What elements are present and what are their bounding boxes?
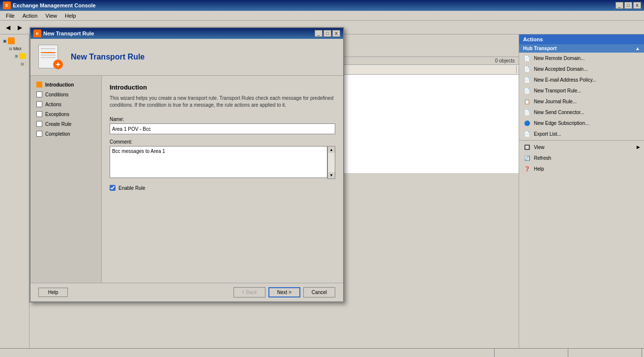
step-label-actions: Actions xyxy=(45,102,61,107)
wizard-step-exceptions[interactable]: Exceptions xyxy=(30,109,101,119)
wizard-step-completion[interactable]: Completion xyxy=(30,129,101,139)
step-label-introduction: Introduction xyxy=(45,82,74,88)
modal-window-controls: _ □ X xyxy=(315,30,340,37)
modal-icon xyxy=(38,45,63,69)
scrollbar-track xyxy=(328,153,335,172)
comment-textarea-wrapper: Bcc messages to Area 1 ▲ ▼ xyxy=(110,146,335,179)
modal-minimize-button[interactable]: _ xyxy=(315,30,322,37)
modal-body: Introduction Conditions Actions Exceptio… xyxy=(30,76,343,283)
enable-rule-label: Enable Rule xyxy=(118,185,145,191)
step-indicator-actions xyxy=(36,101,42,107)
comment-textarea[interactable]: Bcc messages to Area 1 xyxy=(110,146,327,178)
step-indicator-introduction xyxy=(36,82,42,88)
modal-title-bar: E New Transport Rule _ □ X xyxy=(30,28,343,39)
modal-header: New Transport Rule xyxy=(30,39,343,76)
step-label-create-rule: Create Rule xyxy=(45,121,71,127)
wizard-step-create-rule[interactable]: Create Rule xyxy=(30,119,101,129)
wizard-content: Introduction This wizard helps you creat… xyxy=(102,76,343,283)
footer-left: Help xyxy=(38,288,68,297)
modal-title: New Transport Rule xyxy=(43,30,94,36)
scroll-up-icon[interactable]: ▲ xyxy=(328,147,335,153)
step-label-conditions: Conditions xyxy=(45,92,68,97)
enable-rule-row: Enable Rule xyxy=(110,185,335,191)
step-indicator-completion xyxy=(36,131,42,137)
modal-close-button[interactable]: X xyxy=(332,30,340,37)
next-button[interactable]: Next > xyxy=(268,287,300,298)
wizard-step-conditions[interactable]: Conditions xyxy=(30,89,101,99)
step-label-exceptions: Exceptions xyxy=(45,112,69,117)
modal-overlay: E New Transport Rule _ □ X xyxy=(0,0,644,357)
name-input[interactable] xyxy=(110,123,335,134)
modal-title-text: New Transport Rule xyxy=(71,53,145,61)
wizard-description: This wizard helps you create a new trans… xyxy=(110,95,335,109)
step-indicator-create-rule xyxy=(36,121,42,127)
name-label: Name: xyxy=(110,117,335,122)
cancel-button[interactable]: Cancel xyxy=(303,287,335,298)
help-button[interactable]: Help xyxy=(38,288,68,297)
comment-label: Comment: xyxy=(110,139,335,145)
modal-icon-overlay xyxy=(53,60,63,69)
wizard-step-introduction[interactable]: Introduction xyxy=(30,80,101,89)
textarea-scrollbar[interactable]: ▲ ▼ xyxy=(327,146,335,179)
footer-right: < Back Next > Cancel xyxy=(234,287,335,298)
modal-dialog: E New Transport Rule _ □ X xyxy=(29,27,344,302)
back-button[interactable]: < Back xyxy=(234,287,265,298)
wizard-sidebar: Introduction Conditions Actions Exceptio… xyxy=(30,76,102,283)
enable-rule-checkbox[interactable] xyxy=(110,185,116,191)
step-indicator-conditions xyxy=(36,91,42,97)
modal-maximize-button[interactable]: □ xyxy=(323,30,331,37)
scroll-down-icon[interactable]: ▼ xyxy=(328,172,335,178)
step-label-completion: Completion xyxy=(45,131,70,137)
wizard-section-title: Introduction xyxy=(110,84,335,91)
modal-footer: Help < Back Next > Cancel xyxy=(30,283,343,301)
wizard-step-actions[interactable]: Actions xyxy=(30,99,101,109)
modal-app-icon: E xyxy=(33,30,41,37)
step-indicator-exceptions xyxy=(36,111,42,117)
